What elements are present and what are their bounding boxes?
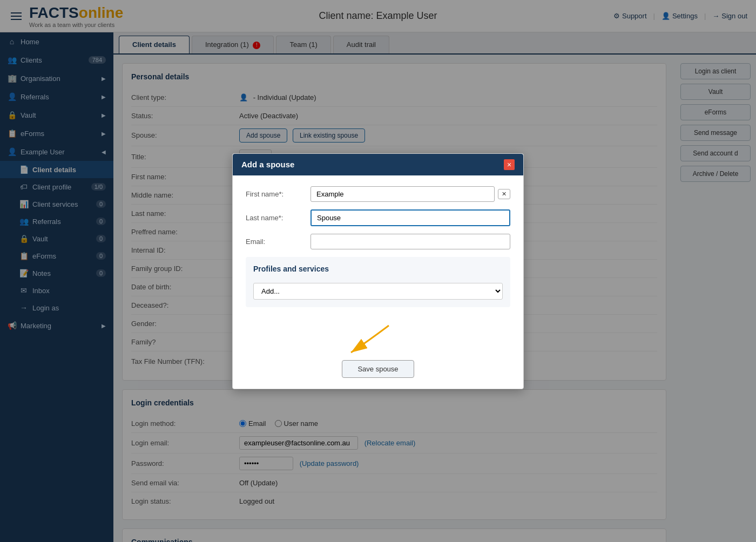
modal-first-name-input[interactable] <box>310 186 495 202</box>
modal-last-name-row: Last name*: <box>246 209 510 226</box>
modal-last-name-input[interactable] <box>310 209 510 226</box>
add-spouse-modal: Add a spouse × First name*: ✕ Last name*… <box>232 153 524 389</box>
modal-profiles-title: Profiles and services <box>253 265 503 275</box>
modal-email-input[interactable] <box>310 234 510 249</box>
modal-overlay: Add a spouse × First name*: ✕ Last name*… <box>0 0 756 542</box>
arrow-annotation <box>346 326 410 358</box>
modal-header: Add a spouse × <box>233 154 523 175</box>
first-name-clear-icon[interactable]: ✕ <box>498 189 510 199</box>
modal-first-name-row: First name*: ✕ <box>246 186 510 202</box>
modal-email-label: Email: <box>246 238 310 246</box>
modal-profiles-select[interactable]: Add... <box>253 283 503 300</box>
save-spouse-button[interactable]: Save spouse <box>342 360 414 378</box>
modal-email-row: Email: <box>246 234 510 249</box>
modal-body: First name*: ✕ Last name*: Email: Profil… <box>233 175 523 326</box>
modal-close-button[interactable]: × <box>504 159 515 170</box>
modal-first-name-label: First name*: <box>246 190 310 198</box>
modal-profiles-section: Profiles and services Add... <box>246 257 510 307</box>
modal-footer: Save spouse <box>233 326 523 389</box>
modal-title: Add a spouse <box>241 160 294 169</box>
modal-last-name-label: Last name*: <box>246 214 310 222</box>
